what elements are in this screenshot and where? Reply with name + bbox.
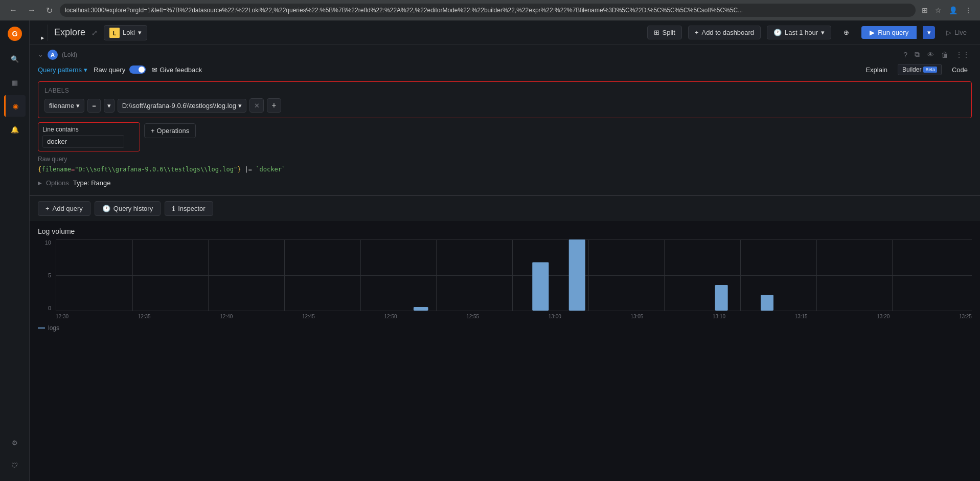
live-button[interactable]: ▷ Live [941,26,972,39]
raw-query-toggle-switch[interactable] [129,65,146,74]
back-button[interactable]: ← [6,4,20,17]
run-query-button[interactable]: ▶ Run query [861,26,917,39]
raw-query-label: Raw query [94,66,125,74]
extensions-button[interactable]: ⊞ [920,5,930,15]
label-clear-button[interactable]: ✕ [249,98,264,113]
x-label-1255: 12:55 [466,314,479,319]
query-more-button[interactable]: ⋮⋮ [953,50,972,60]
inspector-button[interactable]: ℹ Inspector [165,201,213,216]
query-delete-button[interactable]: 🗑 [939,50,950,60]
add-to-dashboard-button[interactable]: + Add to dashboard [688,26,761,39]
explain-button[interactable]: Explain [861,64,892,75]
legend-color [38,327,45,329]
split-button[interactable]: ⊞ Split [647,26,682,39]
query-patterns-label: Query patterns [38,66,82,74]
feedback-button[interactable]: ✉ Give feedback [152,66,202,74]
label-op-chevron-selector[interactable]: ▾ [104,99,115,113]
add-operations-button[interactable]: + Operations [144,123,196,138]
log-volume-title: Log volume [38,227,972,235]
query-patterns-button[interactable]: Query patterns ▾ [38,66,87,74]
datasource-name: Loki [123,29,135,36]
options-label: Options [46,179,69,187]
label-operator-selector[interactable]: = [87,99,101,113]
sidebar-item-alerting[interactable]: 🔔 [4,119,26,140]
sidebar: G 🔍 ▦ ◉ 🔔 ⚙ 🛡 [0,20,30,481]
raw-query-toggle: Raw query [94,65,146,74]
sidebar-bottom: ⚙ 🛡 [4,431,26,477]
sidebar-item-dashboards[interactable]: ▦ [4,72,26,93]
run-query-dropdown-button[interactable]: ▾ [923,26,935,39]
chart-area [56,239,972,311]
sidebar-item-explore[interactable]: ◉ [4,95,26,117]
svg-rect-7 [715,285,728,311]
label-row: filename ▾ = ▾ D:\\soft\\grafana-9.0.6\\… [44,98,965,113]
datasource-selector[interactable]: L Loki ▾ [104,25,147,40]
profile-button[interactable]: 👤 [947,5,960,15]
query-copy-button[interactable]: ⧉ [913,49,922,60]
address-bar[interactable] [60,4,916,17]
sidebar-item-shield[interactable]: 🛡 [4,454,26,476]
collapse-icon: ▸ [41,34,44,41]
operations-row: Line contains + Operations [38,122,972,151]
run-dropdown-icon: ▾ [927,29,931,36]
builder-button[interactable]: Builder Beta [898,64,942,75]
settings-icon: ⚙ [12,439,18,447]
more-icon: ⋮⋮ [955,51,970,59]
run-icon: ▶ [870,29,875,36]
query-header-actions: ? ⧉ 👁 🗑 ⋮⋮ [901,49,972,60]
chart-x-labels: 12:30 12:35 12:40 12:45 12:50 12:55 13:0… [56,311,972,321]
star-button[interactable]: ☆ [933,5,944,15]
share-icon: ⤢ [92,29,98,37]
chart-bars [56,239,972,311]
svg-rect-5 [532,262,549,311]
split-icon: ⊞ [654,29,659,36]
sidebar-item-settings[interactable]: ⚙ [4,432,26,453]
share-button[interactable]: ⤢ [92,29,98,37]
add-dashboard-icon: + [695,29,699,36]
sidebar-item-search[interactable]: 🔍 [4,48,26,70]
label-op-dropdown-icon: ▾ [107,102,111,110]
bottom-actions: + Add query 🕐 Query history ℹ Inspector [30,195,980,221]
query-help-button[interactable]: ? [901,50,909,60]
label-value-selector[interactable]: D:\\soft\\grafana-9.0.6\\testlogs\\log.l… [118,99,246,113]
chart-y-labels: 10 5 0 [38,239,53,311]
line-contains-input[interactable] [42,135,124,148]
browser-menu-button[interactable]: ⋮ [963,5,974,15]
sidebar-collapse-toggle[interactable]: ▸ [38,25,48,41]
run-query-label: Run query [878,29,908,36]
label-add-button[interactable]: + [267,98,281,113]
query-history-button[interactable]: 🕐 Query history [95,201,161,216]
raw-query-filter-op: |= [241,166,256,173]
label-key-selector[interactable]: filename ▾ [44,99,84,113]
add-query-button[interactable]: + Add query [38,201,90,216]
y-label-0: 0 [48,305,51,311]
label-key-chevron-icon: ▾ [76,102,80,110]
query-letter-badge: A [48,50,58,60]
alerting-icon: 🔔 [11,126,19,134]
query-patterns-chevron-icon: ▾ [84,66,87,74]
query-toggle-visibility-button[interactable]: 👁 [925,50,936,60]
forward-button[interactable]: → [25,4,39,17]
labels-section: Labels filename ▾ = ▾ D:\\so [38,81,972,118]
code-button[interactable]: Code [948,64,972,75]
help-icon: ? [903,51,907,59]
query-collapse-chevron[interactable]: ⌄ [38,51,43,58]
inspector-label: Inspector [178,205,205,212]
zoom-icon: ⊕ [844,29,849,36]
time-picker[interactable]: 🕐 Last 1 hour ▾ [767,26,831,39]
x-label-1310: 13:10 [713,314,725,319]
browser-bar: ← → ↻ ⊞ ☆ 👤 ⋮ [0,0,980,20]
feedback-label: Give feedback [159,66,202,74]
refresh-button[interactable]: ↻ [43,4,56,17]
label-value-chevron-icon: ▾ [238,102,242,110]
datasource-chevron-icon: ▾ [138,29,142,36]
add-dashboard-label: Add to dashboard [701,29,754,36]
top-header: ▸ Explore ⤢ L Loki ▾ ⊞ Split [30,20,980,45]
zoom-out-button[interactable]: ⊕ [837,26,855,39]
label-op-value: = [92,102,96,110]
x-label-1315: 13:15 [795,314,808,319]
add-operations-label: Operations [157,127,190,135]
options-row[interactable]: ▶ Options Type: Range [38,177,972,189]
label-clear-icon: ✕ [254,102,260,110]
svg-rect-4 [414,307,428,311]
